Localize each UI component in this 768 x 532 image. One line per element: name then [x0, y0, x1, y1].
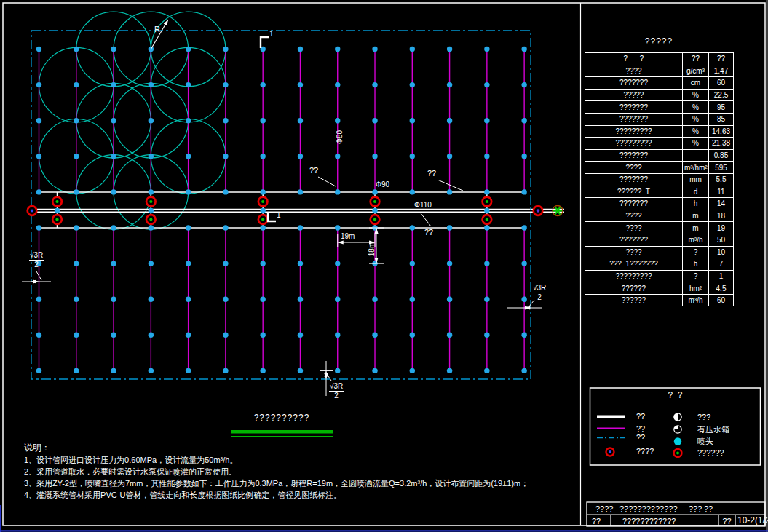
legend-label-valve: ??? [697, 413, 710, 421]
param-value: 21.38 [709, 138, 734, 150]
lateral-pipe-line-icon [597, 428, 625, 429]
valves-and-hydrants [28, 197, 563, 224]
param-name: ??????? [585, 198, 683, 210]
param-unit: mm [683, 173, 709, 186]
col-spacing-dim-label: 19m [341, 232, 355, 240]
param-value: 1.47 [709, 65, 734, 77]
table-header-cell: ? ? [585, 53, 683, 65]
param-unit: hm² [683, 282, 709, 295]
table-row: ?????%22.5 [585, 89, 734, 101]
titleblock-row1-seg4: ?? [704, 504, 713, 513]
table-row: ?????? Td11 [585, 186, 734, 198]
main-diameter-label: Φ110 [414, 201, 432, 209]
note-line: 1、设计管网进口设计压力为0.60MPa，设计流量为50m³/h。 [24, 456, 237, 464]
legend-label-hydrant: ?????? [697, 448, 724, 457]
legend-label-pump: ???? [636, 447, 654, 456]
param-value: 11 [709, 186, 734, 198]
param-name: ????? [585, 89, 683, 101]
titleblock-row1-seg3: ??? [689, 504, 702, 513]
table-row: ??????m³/h60 [585, 294, 734, 306]
table-row: ??????????1 [585, 270, 734, 282]
note-line: 2、采用管道取水，必要时需设计水泵保证喷灌的正常使用。 [24, 467, 237, 476]
param-value: 4.5 [709, 282, 734, 295]
param-value: 7 [709, 258, 734, 271]
param-name: ??????? [585, 77, 683, 90]
table-row: ????m19 [585, 222, 734, 234]
param-value: 60 [709, 77, 734, 90]
param-unit: % [683, 138, 709, 150]
note-line: 4、灌溉系统管材采用PVC-U管材，管线走向和长度根据图纸比例确定，管径见图纸标… [24, 491, 341, 499]
parameter-table: ? ????? ????g/cm³1.47???????cm60?????%22… [585, 52, 734, 306]
lateral-diameter-label: Φ80 [336, 125, 344, 150]
edge-dim-bottom: √3R 2 [329, 382, 344, 400]
param-unit: h [683, 258, 709, 271]
param-unit: d [683, 186, 709, 198]
legend-label-tank: 有压水箱 [697, 425, 729, 434]
param-unit: ? [683, 246, 709, 258]
param-unit: % [683, 125, 709, 138]
table-row: ????g/cm³1.47 [585, 65, 734, 77]
param-name: ??? 1??????? [585, 258, 683, 271]
coverage-circles [39, 12, 225, 229]
param-name: ??????? [585, 234, 683, 246]
param-value: 60 [709, 294, 734, 306]
param-unit [683, 149, 709, 162]
param-name: ??????? [585, 113, 683, 125]
param-name: ?????? [585, 294, 683, 306]
param-name: ???? [585, 246, 683, 258]
param-value: 595 [709, 162, 734, 174]
titleblock-cell-label: ?? [592, 517, 601, 525]
param-value: 14 [709, 198, 734, 210]
notes-heading: 说明： [24, 443, 50, 453]
lateral-callout-label: ?? [309, 166, 318, 175]
edge-dim-numerator: √3R [532, 284, 547, 293]
table-row: ???????h14 [585, 198, 734, 210]
param-name: ??????? [585, 173, 683, 186]
param-unit: m³/hm² [683, 162, 709, 174]
legend-label-lateral-pipe: ?? [636, 424, 645, 433]
titleblock-row1-seg2: ????????????? [619, 504, 678, 513]
param-value: 19 [709, 222, 734, 234]
param-name: ?????? T [585, 186, 683, 198]
edge-dim-right: √3R 2 [532, 284, 547, 301]
legend-label-boundary: ?? [636, 433, 645, 442]
edge-dim-denominator: 2 [29, 261, 44, 269]
param-unit: ? [683, 270, 709, 282]
drawing-sheet: R 1 1 Φ80 Φ90 Φ110 ?? ?? ?? 19m 18m √3R … [0, 0, 768, 532]
table-row: ???????%85 [585, 113, 734, 125]
param-value: 18 [709, 210, 734, 222]
table-row: ?????????%21.38 [585, 138, 734, 150]
table-title: ????? [585, 37, 733, 47]
param-name: ????????? [585, 138, 683, 150]
edge-dim-left: √3R 2 [29, 251, 44, 269]
param-unit: g/cm³ [683, 65, 709, 77]
param-value: 95 [709, 101, 734, 114]
table-row: ???????%95 [585, 101, 734, 114]
param-name: ?????? [585, 282, 683, 295]
param-unit: % [683, 101, 709, 114]
param-unit: m³/h [683, 234, 709, 246]
tank-icon [674, 426, 678, 429]
radius-label: R [154, 25, 160, 33]
param-unit: % [683, 89, 709, 101]
param-unit: m³/h [683, 294, 709, 306]
param-unit: % [683, 113, 709, 125]
note-line: 3、采用ZY-2型，喷嘴直径为7mm，其性能参数如下：工作压力为0.3MPa，射… [24, 479, 529, 488]
titleblock-row1-seg1: ???? [595, 504, 613, 513]
param-value: 0.85 [709, 149, 734, 162]
param-value: 1 [709, 270, 734, 282]
legend-label-main-pipe: ?? [636, 412, 645, 421]
table-row: ??? 1???????h7 [585, 258, 734, 271]
table-row: ???????cm60 [585, 77, 734, 90]
edge-dim-numerator: √3R [29, 251, 44, 261]
table-row: ?????10 [585, 246, 734, 258]
param-value: 14.63 [709, 125, 734, 138]
param-name: ???? [585, 210, 683, 222]
titleblock-sheet-label: ?? [718, 517, 735, 525]
manifold-callout-label: ?? [427, 169, 436, 178]
titleblock-sheet-number: 10-2(1/2 [737, 516, 768, 525]
titleblock-drawing-name: ???????????? [622, 517, 676, 525]
param-name: ??????? [585, 149, 683, 162]
edge-dim-numerator: √3R [329, 382, 344, 392]
table-header-row: ? ????? [585, 53, 734, 65]
